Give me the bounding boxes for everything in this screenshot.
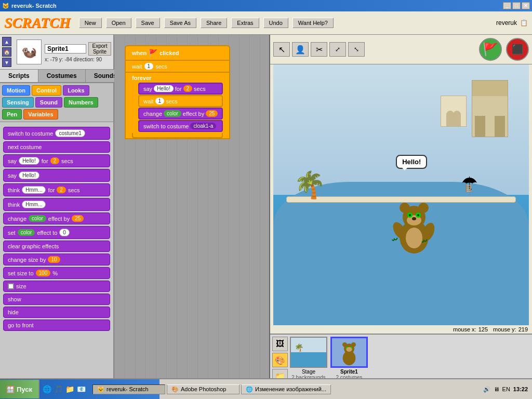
category-control[interactable]: Control	[32, 85, 61, 96]
block-say-hello-secs[interactable]: say Hello! for 2 secs	[3, 154, 110, 167]
mouse-x-value: 125	[478, 326, 488, 332]
sprite-nav-home[interactable]: 🏠	[2, 47, 11, 57]
block-think-hmm[interactable]: think Hmm...	[3, 198, 110, 211]
new-button[interactable]: New	[79, 18, 102, 28]
green-flag-button[interactable]: 🚩	[479, 38, 502, 61]
sprite-nav-up[interactable]: ▲	[2, 37, 11, 46]
category-motion[interactable]: Motion	[2, 85, 30, 96]
scripts-area[interactable]: when 🚩 clicked wait 1 secs forever	[114, 35, 269, 399]
titlebar-left: 🐱 reveruk- Scratch	[2, 3, 57, 9]
category-numbers[interactable]: Numbers	[64, 97, 98, 108]
category-sensing[interactable]: Sensing	[2, 97, 34, 108]
stop-button[interactable]: ⬛	[506, 38, 529, 61]
language-indicator[interactable]: EN	[502, 386, 510, 392]
tab-costumes[interactable]: Costumes	[38, 70, 86, 82]
wait-secs-block[interactable]: wait 1 secs	[125, 61, 230, 73]
tab-scripts[interactable]: Scripts	[0, 70, 38, 82]
user-area: reveruk 📋	[496, 19, 528, 26]
secs-label2: secs	[194, 86, 206, 92]
block-set-color-effect[interactable]: set color effect to 0	[3, 226, 110, 239]
sprite-details: Export Sprite x: -79 y: -84 direction: 9…	[45, 42, 111, 62]
block-say-hello[interactable]: say Hello!	[3, 169, 110, 182]
block-hide[interactable]: hide	[3, 307, 110, 318]
close-button[interactable]: ✕	[522, 2, 530, 9]
block-change-color-effect[interactable]: change color effect by 25	[3, 212, 110, 224]
paint-button[interactable]: 🎨	[272, 353, 288, 367]
for-label: for	[175, 86, 182, 92]
block-think-hmm-secs[interactable]: think Hmm... for 2 secs	[3, 183, 110, 196]
change-label: change	[143, 111, 162, 117]
start-icon: 🪟	[6, 385, 15, 393]
mail-icon[interactable]: 📧	[76, 384, 86, 394]
svg-point-8	[417, 214, 419, 216]
category-looks[interactable]: Looks	[63, 85, 89, 96]
cursor-tool[interactable]: ↖	[273, 42, 290, 57]
taskbar-browser-app[interactable]: 🌐 Изменение изображений...	[241, 384, 331, 394]
new-backdrop-button[interactable]: 🖼	[272, 337, 288, 351]
stage-sprite[interactable]	[388, 193, 440, 260]
stamp-tool[interactable]: 👤	[292, 42, 309, 57]
maximize-button[interactable]: □	[512, 2, 521, 9]
block-switch-costume[interactable]: switch to costume costume1	[3, 127, 110, 140]
want-help-button[interactable]: Want Help?	[292, 18, 334, 28]
change-color-block[interactable]: change color effect by 25	[138, 108, 223, 119]
category-sound[interactable]: Sound	[35, 97, 62, 108]
block-next-costume[interactable]: next costume	[3, 141, 110, 153]
minimize-button[interactable]: _	[503, 2, 511, 9]
username: reveruk	[496, 19, 517, 26]
scissors-tool[interactable]: ✂	[311, 42, 327, 57]
network-icon[interactable]: 🖥	[494, 386, 499, 392]
stage-canvas[interactable]: 🌴 ☂ 🪜 Hello!	[273, 64, 529, 325]
effect-by-label: effect by	[183, 111, 204, 117]
green-flag-icon: 🚩	[149, 49, 157, 57]
main-content: ▲ 🏠 ▼ 🦦 Export Sprite x: -79 y: -84 dire…	[0, 35, 532, 399]
titlebar-controls[interactable]: _ □ ✕	[503, 2, 530, 9]
volume-icon[interactable]: 🔊	[483, 386, 490, 393]
forever-block[interactable]: forever say Hello! for 2 secs	[125, 73, 230, 139]
sprite1-mini-svg	[332, 338, 366, 367]
extras-button[interactable]: Extras	[231, 18, 259, 28]
shrink-tool[interactable]: ⤡	[348, 42, 365, 57]
block-size[interactable]: size	[3, 281, 110, 292]
right-panel: ↖ 👤 ✂ ⤢ ⤡ 🚩 ⬛	[270, 35, 532, 399]
media-icon[interactable]: 🎵	[53, 384, 63, 394]
sprite1-thumb-image	[330, 337, 368, 368]
sprite-name-input[interactable]	[45, 44, 86, 54]
block-show[interactable]: show	[3, 294, 110, 305]
block-clear-graphic-effects[interactable]: clear graphic effects	[3, 241, 110, 252]
block-change-size-by[interactable]: change size by 10	[3, 254, 110, 265]
start-button[interactable]: 🪟 Пуск	[0, 380, 39, 398]
grow-tool[interactable]: ⤢	[329, 42, 346, 57]
taskbar-scratch-app[interactable]: 🐱 reveruk- Scratch	[92, 384, 165, 394]
category-pen[interactable]: Pen	[2, 109, 22, 119]
system-clock: 13:22	[513, 386, 528, 392]
stage-thumb-image: 🌴	[290, 337, 327, 368]
share-button[interactable]: Share	[201, 18, 227, 28]
mouse-y-label: mouse y:	[493, 326, 516, 332]
save-as-button[interactable]: Save As	[164, 18, 196, 28]
sprite-nav-down[interactable]: ▼	[2, 58, 11, 67]
block-go-to-front[interactable]: go to front	[3, 320, 110, 331]
block-set-size-to[interactable]: set size to 100 %	[3, 267, 110, 279]
forever-label: forever	[132, 75, 223, 81]
when-clicked-block[interactable]: when 🚩 clicked	[125, 45, 230, 61]
taskbar-photoshop-app[interactable]: 🎨 Adobe Photoshop	[167, 384, 240, 394]
export-sprite-button[interactable]: Export Sprite	[88, 42, 111, 56]
stage-tools: ↖ 👤 ✂ ⤢ ⤡	[273, 42, 365, 57]
svg-point-2	[400, 203, 410, 213]
wait-secs-block2[interactable]: wait 1 secs	[138, 95, 223, 107]
taskbar-quick-launch: 🌐 🎵 📁 📧	[39, 384, 88, 394]
category-variables[interactable]: Variables	[23, 109, 58, 119]
stage-thumb[interactable]: 🌴 Stage 2 backgrounds	[290, 337, 327, 380]
ie-icon[interactable]: 🌐	[42, 384, 52, 394]
say-hello-block[interactable]: say Hello! for 2 secs	[138, 83, 223, 95]
undo-button[interactable]: Undo	[263, 18, 288, 28]
taskbar: 🪟 Пуск 🌐 🎵 📁 📧 🐱 reveruk- Scratch 🎨 Adob…	[0, 378, 532, 399]
speech-bubble: Hello!	[396, 155, 427, 169]
svg-point-19	[346, 347, 352, 352]
save-button[interactable]: Save	[136, 18, 160, 28]
explorer-icon[interactable]: 📁	[64, 384, 75, 394]
switch-costume-block[interactable]: switch to costume cloak1-a	[138, 120, 223, 132]
open-button[interactable]: Open	[106, 18, 131, 28]
user-icon: 📋	[520, 19, 528, 26]
